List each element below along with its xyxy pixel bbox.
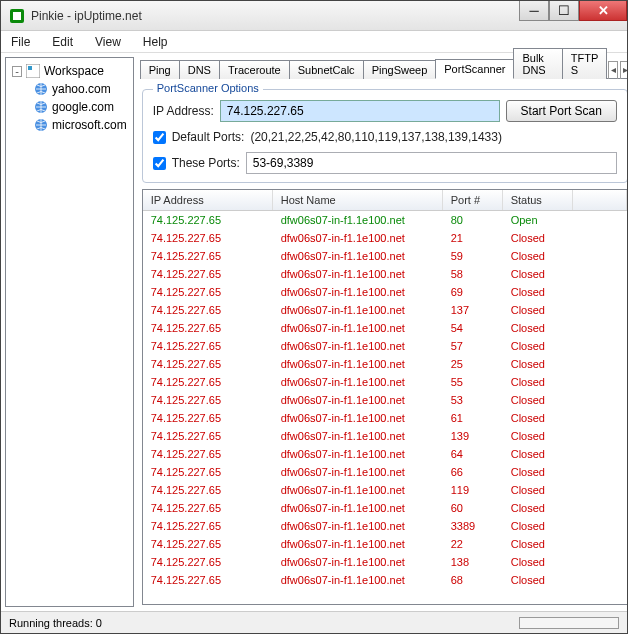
cell-port: 58 xyxy=(443,267,503,281)
menu-view[interactable]: View xyxy=(95,35,121,49)
cell-port: 3389 xyxy=(443,519,503,533)
column-port[interactable]: Port # xyxy=(443,190,503,210)
progress-bar xyxy=(519,617,619,629)
cell-port: 69 xyxy=(443,285,503,299)
start-port-scan-button[interactable]: Start Port Scan xyxy=(506,100,617,122)
table-row[interactable]: 74.125.227.65dfw06s07-in-f1.1e100.net58C… xyxy=(143,265,627,283)
tree-root[interactable]: - Workspace xyxy=(6,62,133,80)
cell-status: Closed xyxy=(503,519,573,533)
cell-ip: 74.125.227.65 xyxy=(143,321,273,335)
tree-item-label: yahoo.com xyxy=(52,82,111,96)
cell-status: Closed xyxy=(503,573,573,587)
tab-dns[interactable]: DNS xyxy=(179,60,220,79)
cell-status: Closed xyxy=(503,285,573,299)
cell-port: 25 xyxy=(443,357,503,371)
tree-item[interactable]: google.com xyxy=(6,98,133,116)
title-bar: Pinkie - ipUptime.net ─ ☐ ✕ xyxy=(1,1,627,31)
these-ports-checkbox[interactable] xyxy=(153,157,166,170)
window-title: Pinkie - ipUptime.net xyxy=(31,9,142,23)
cell-host: dfw06s07-in-f1.1e100.net xyxy=(273,555,443,569)
cell-port: 59 xyxy=(443,249,503,263)
table-row[interactable]: 74.125.227.65dfw06s07-in-f1.1e100.net22C… xyxy=(143,535,627,553)
tab-scroll-right[interactable]: ▸ xyxy=(620,61,628,79)
group-title: PortScanner Options xyxy=(153,82,263,94)
column-host[interactable]: Host Name xyxy=(273,190,443,210)
tab-ping[interactable]: Ping xyxy=(140,60,180,79)
table-row[interactable]: 74.125.227.65dfw06s07-in-f1.1e100.net137… xyxy=(143,301,627,319)
cell-status: Closed xyxy=(503,339,573,353)
ip-address-input[interactable] xyxy=(220,100,500,122)
table-row[interactable]: 74.125.227.65dfw06s07-in-f1.1e100.net66C… xyxy=(143,463,627,481)
tab-traceroute[interactable]: Traceroute xyxy=(219,60,290,79)
table-row[interactable]: 74.125.227.65dfw06s07-in-f1.1e100.net60C… xyxy=(143,499,627,517)
tree-item[interactable]: microsoft.com xyxy=(6,116,133,134)
tab-pingsweep[interactable]: PingSweep xyxy=(363,60,437,79)
cell-host: dfw06s07-in-f1.1e100.net xyxy=(273,267,443,281)
cell-ip: 74.125.227.65 xyxy=(143,465,273,479)
cell-ip: 74.125.227.65 xyxy=(143,303,273,317)
cell-host: dfw06s07-in-f1.1e100.net xyxy=(273,249,443,263)
cell-status: Closed xyxy=(503,537,573,551)
table-row[interactable]: 74.125.227.65dfw06s07-in-f1.1e100.net55C… xyxy=(143,373,627,391)
tab-portscanner[interactable]: PortScanner xyxy=(435,59,514,79)
table-row[interactable]: 74.125.227.65dfw06s07-in-f1.1e100.net338… xyxy=(143,517,627,535)
cell-host: dfw06s07-in-f1.1e100.net xyxy=(273,303,443,317)
cell-port: 119 xyxy=(443,483,503,497)
table-row[interactable]: 74.125.227.65dfw06s07-in-f1.1e100.net54C… xyxy=(143,319,627,337)
cell-host: dfw06s07-in-f1.1e100.net xyxy=(273,465,443,479)
cell-ip: 74.125.227.65 xyxy=(143,573,273,587)
host-icon xyxy=(34,118,48,132)
table-row[interactable]: 74.125.227.65dfw06s07-in-f1.1e100.net61C… xyxy=(143,409,627,427)
menu-help[interactable]: Help xyxy=(143,35,168,49)
cell-status: Closed xyxy=(503,465,573,479)
table-row[interactable]: 74.125.227.65dfw06s07-in-f1.1e100.net68C… xyxy=(143,571,627,589)
tab-subnetcalc[interactable]: SubnetCalc xyxy=(289,60,364,79)
column-status[interactable]: Status xyxy=(503,190,573,210)
close-button[interactable]: ✕ xyxy=(579,1,627,21)
tab-tftps[interactable]: TFTP S xyxy=(562,48,607,79)
tab-bulkdns[interactable]: Bulk DNS xyxy=(513,48,562,79)
portscanner-options-group: PortScanner Options IP Address: Start Po… xyxy=(142,89,628,183)
cell-status: Closed xyxy=(503,483,573,497)
table-row[interactable]: 74.125.227.65dfw06s07-in-f1.1e100.net119… xyxy=(143,481,627,499)
app-icon xyxy=(9,8,25,24)
cell-host: dfw06s07-in-f1.1e100.net xyxy=(273,411,443,425)
menu-file[interactable]: File xyxy=(11,35,30,49)
default-ports-checkbox[interactable] xyxy=(153,131,166,144)
table-row[interactable]: 74.125.227.65dfw06s07-in-f1.1e100.net59C… xyxy=(143,247,627,265)
cell-port: 21 xyxy=(443,231,503,245)
table-row[interactable]: 74.125.227.65dfw06s07-in-f1.1e100.net21C… xyxy=(143,229,627,247)
minimize-button[interactable]: ─ xyxy=(519,1,549,21)
these-ports-input[interactable] xyxy=(246,152,617,174)
table-row[interactable]: 74.125.227.65dfw06s07-in-f1.1e100.net69C… xyxy=(143,283,627,301)
table-row[interactable]: 74.125.227.65dfw06s07-in-f1.1e100.net53C… xyxy=(143,391,627,409)
cell-host: dfw06s07-in-f1.1e100.net xyxy=(273,393,443,407)
table-row[interactable]: 74.125.227.65dfw06s07-in-f1.1e100.net139… xyxy=(143,427,627,445)
cell-status: Closed xyxy=(503,375,573,389)
table-row[interactable]: 74.125.227.65dfw06s07-in-f1.1e100.net138… xyxy=(143,553,627,571)
cell-port: 55 xyxy=(443,375,503,389)
tab-scroll-left[interactable]: ◂ xyxy=(608,61,618,79)
cell-host: dfw06s07-in-f1.1e100.net xyxy=(273,537,443,551)
table-row[interactable]: 74.125.227.65dfw06s07-in-f1.1e100.net64C… xyxy=(143,445,627,463)
table-row[interactable]: 74.125.227.65dfw06s07-in-f1.1e100.net25C… xyxy=(143,355,627,373)
maximize-button[interactable]: ☐ xyxy=(549,1,579,21)
table-row[interactable]: 74.125.227.65dfw06s07-in-f1.1e100.net57C… xyxy=(143,337,627,355)
cell-ip: 74.125.227.65 xyxy=(143,537,273,551)
table-row[interactable]: 74.125.227.65dfw06s07-in-f1.1e100.net80O… xyxy=(143,211,627,229)
cell-ip: 74.125.227.65 xyxy=(143,267,273,281)
column-ip[interactable]: IP Address xyxy=(143,190,273,210)
cell-ip: 74.125.227.65 xyxy=(143,249,273,263)
cell-port: 22 xyxy=(443,537,503,551)
svg-rect-1 xyxy=(13,12,21,20)
results-table: IP Address Host Name Port # Status 74.12… xyxy=(142,189,628,605)
cell-host: dfw06s07-in-f1.1e100.net xyxy=(273,519,443,533)
cell-ip: 74.125.227.65 xyxy=(143,357,273,371)
cell-host: dfw06s07-in-f1.1e100.net xyxy=(273,501,443,515)
table-body[interactable]: 74.125.227.65dfw06s07-in-f1.1e100.net80O… xyxy=(143,211,627,604)
collapse-icon[interactable]: - xyxy=(12,66,22,77)
menu-edit[interactable]: Edit xyxy=(52,35,73,49)
cell-ip: 74.125.227.65 xyxy=(143,501,273,515)
tree-item[interactable]: yahoo.com xyxy=(6,80,133,98)
cell-ip: 74.125.227.65 xyxy=(143,231,273,245)
